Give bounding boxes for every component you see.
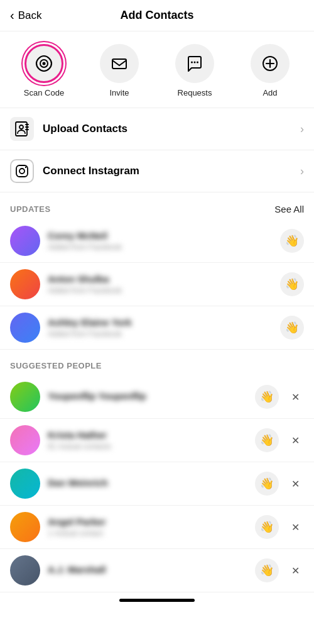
back-chevron-icon: ‹ — [10, 8, 14, 23]
avatar — [10, 555, 40, 586]
svg-point-1 — [43, 62, 46, 65]
person-info: Youpenflip Youpenflip — [48, 391, 247, 403]
svg-point-5 — [197, 62, 198, 64]
invite-label: Invite — [109, 88, 129, 97]
avatar — [10, 512, 40, 542]
wave-button[interactable]: 👋 — [255, 515, 279, 539]
svg-point-12 — [19, 169, 24, 174]
person-sub: 1 mutual contact — [48, 529, 247, 538]
page-title: Add Contacts — [121, 9, 194, 22]
action-scan-code[interactable]: Scan Code — [19, 44, 69, 97]
invite-circle — [100, 44, 139, 83]
action-invite[interactable]: Invite — [94, 44, 144, 97]
avatar — [10, 469, 40, 499]
add-label: Add — [263, 88, 277, 97]
connect-instagram-chevron-icon: › — [300, 165, 304, 178]
updates-section-header: UPDATES See All — [0, 192, 314, 219]
suggested-section-header: SUGGESTED PEOPLE — [0, 350, 314, 375]
wave-button[interactable]: 👋 — [255, 385, 279, 409]
requests-icon — [185, 54, 204, 73]
svg-point-13 — [25, 167, 26, 168]
suggested-title: SUGGESTED PEOPLE — [10, 361, 102, 370]
add-circle — [251, 44, 290, 83]
updates-list: Corey McNeil Added from Facebook 👋 Anton… — [0, 219, 314, 350]
person-name: Angel Parker — [48, 516, 247, 527]
person-name: Ashley Elaine York — [48, 317, 273, 328]
scan-code-icon — [34, 53, 54, 74]
action-add[interactable]: Add — [245, 44, 295, 97]
invite-icon — [110, 54, 129, 73]
table-row: Corey McNeil Added from Facebook 👋 — [0, 219, 314, 263]
table-row: Dan Weinrich 👋 ✕ — [0, 462, 314, 506]
person-sub: 81 mutual contacts — [48, 442, 247, 451]
person-name: Youpenflip Youpenflip — [48, 391, 247, 401]
person-name: Krista Hather — [48, 430, 247, 440]
wave-button[interactable]: 👋 — [255, 472, 279, 496]
person-info: A.J. Marshall — [48, 564, 247, 577]
person-info: Anton Shulba Added from Facebook — [48, 274, 273, 295]
person-info: Angel Parker 1 mutual contact — [48, 516, 247, 538]
add-icon — [261, 54, 279, 73]
person-name: Dan Weinrich — [48, 477, 247, 488]
header: ‹ Back Add Contacts — [0, 0, 314, 31]
person-sub: Added from Facebook — [48, 286, 273, 295]
avatar — [10, 425, 40, 455]
upload-contacts-icon — [10, 117, 34, 141]
person-sub: Added from Facebook — [48, 243, 273, 252]
requests-circle — [175, 44, 214, 83]
action-requests[interactable]: Requests — [170, 44, 220, 97]
dismiss-button[interactable]: ✕ — [286, 431, 304, 449]
wave-button[interactable]: 👋 — [280, 316, 304, 340]
see-all-button[interactable]: See All — [274, 204, 304, 214]
avatar — [10, 226, 40, 256]
scan-code-circle — [24, 44, 63, 83]
person-sub: Added from Facebook — [48, 330, 273, 338]
wave-button[interactable]: 👋 — [255, 558, 279, 582]
suggested-list: Youpenflip Youpenflip 👋 ✕ Krista Hather … — [0, 375, 314, 592]
home-bar — [119, 599, 195, 602]
svg-rect-2 — [112, 59, 126, 69]
person-name: Anton Shulba — [48, 274, 273, 284]
wave-button[interactable]: 👋 — [280, 229, 304, 253]
home-indicator — [0, 592, 314, 606]
table-row: Anton Shulba Added from Facebook 👋 — [0, 263, 314, 306]
person-name: Corey McNeil — [48, 230, 273, 241]
table-row: Angel Parker 1 mutual contact 👋 ✕ — [0, 506, 314, 549]
avatar — [10, 313, 40, 343]
avatar — [10, 382, 40, 412]
back-button[interactable]: ‹ Back — [10, 8, 41, 23]
table-row: Krista Hather 81 mutual contacts 👋 ✕ — [0, 419, 314, 462]
connect-instagram-item[interactable]: Connect Instagram › — [0, 150, 314, 192]
person-name: A.J. Marshall — [48, 564, 247, 575]
table-row: Youpenflip Youpenflip 👋 ✕ — [0, 375, 314, 419]
avatar — [10, 269, 40, 299]
dismiss-button[interactable]: ✕ — [286, 475, 304, 492]
updates-title: UPDATES — [10, 204, 51, 214]
table-row: Ashley Elaine York Added from Facebook 👋 — [0, 306, 314, 350]
person-info: Dan Weinrich — [48, 477, 247, 490]
person-info: Corey McNeil Added from Facebook — [48, 230, 273, 252]
quick-actions-row: Scan Code Invite Requests — [0, 31, 314, 108]
instagram-icon — [10, 159, 34, 183]
dismiss-button[interactable]: ✕ — [286, 562, 304, 579]
upload-contacts-item[interactable]: Upload Contacts › — [0, 108, 314, 150]
svg-point-4 — [194, 62, 196, 64]
upload-contacts-chevron-icon: › — [300, 123, 304, 136]
wave-button[interactable]: 👋 — [280, 272, 304, 296]
dismiss-button[interactable]: ✕ — [286, 388, 304, 406]
table-row: A.J. Marshall 👋 ✕ — [0, 549, 314, 592]
back-label: Back — [18, 9, 42, 22]
requests-label: Requests — [178, 88, 212, 97]
scan-code-label: Scan Code — [24, 88, 64, 97]
person-info: Ashley Elaine York Added from Facebook — [48, 317, 273, 338]
person-info: Krista Hather 81 mutual contacts — [48, 430, 247, 451]
connect-instagram-label: Connect Instagram — [43, 165, 300, 177]
svg-point-10 — [19, 125, 23, 129]
upload-contacts-label: Upload Contacts — [43, 123, 300, 135]
dismiss-button[interactable]: ✕ — [286, 518, 304, 536]
svg-point-3 — [191, 62, 193, 64]
wave-button[interactable]: 👋 — [255, 428, 279, 452]
